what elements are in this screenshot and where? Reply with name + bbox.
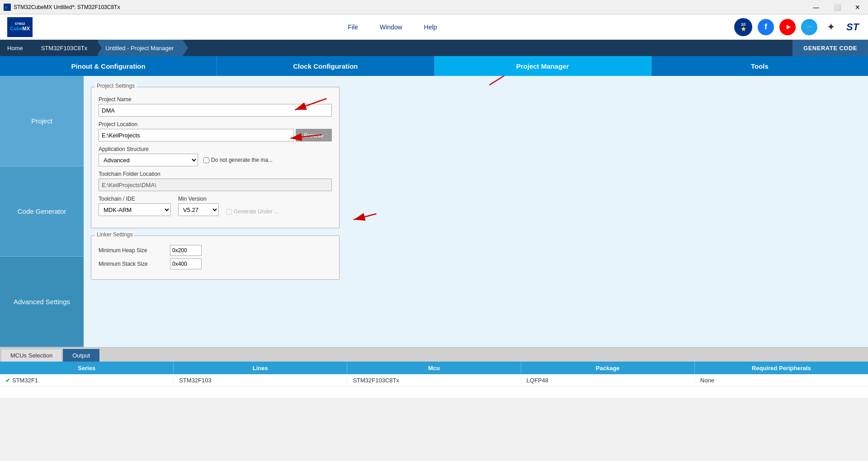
generate-code-button[interactable]: GENERATE CODE bbox=[793, 40, 868, 56]
breadcrumb-home[interactable]: Home bbox=[0, 40, 32, 56]
app-structure-label: Application Structure bbox=[99, 146, 332, 152]
menu-help[interactable]: Help bbox=[424, 22, 437, 33]
menu-file[interactable]: File bbox=[348, 22, 358, 33]
tab-tools[interactable]: Tools bbox=[651, 56, 868, 76]
social-icons: 10⭐ f 🐦 ✦ ST bbox=[734, 18, 861, 36]
min-heap-input[interactable] bbox=[170, 245, 202, 256]
table-header: Series Lines Mcu Package Required Periph… bbox=[0, 362, 868, 374]
cell-peripherals: None bbox=[695, 377, 868, 384]
breadcrumb-mcu-label: STM32F103C8Tx bbox=[41, 45, 88, 52]
tab-mcus-selection[interactable]: MCUs Selection bbox=[1, 349, 62, 362]
youtube-icon[interactable] bbox=[779, 19, 796, 35]
menu-items: File Window Help bbox=[51, 22, 734, 33]
app-structure-select[interactable]: Advanced Basic bbox=[99, 154, 198, 166]
network-icon[interactable]: ✦ bbox=[823, 19, 839, 35]
sidebar-item-project[interactable]: Project bbox=[0, 76, 84, 166]
cell-mcu: STM32F103C8Tx bbox=[347, 377, 521, 384]
sidebar-item-code-generator[interactable]: Code Generator bbox=[0, 166, 84, 257]
linker-settings-group: Linker Settings Minimum Heap Size Minimu… bbox=[91, 235, 340, 280]
toolchain-controls: Toolchain / IDE MDK-ARM EWARM SW4STM32 M… bbox=[99, 196, 332, 216]
min-stack-row: Minimum Stack Size bbox=[99, 259, 332, 269]
breadcrumb-home-label: Home bbox=[7, 45, 23, 52]
min-version-label: Min Version bbox=[178, 196, 219, 202]
content-area: Project Code Generator Advanced Settings… bbox=[0, 76, 868, 347]
app-icon: S bbox=[4, 4, 11, 11]
minimize-button[interactable]: — bbox=[806, 0, 826, 14]
generate-under-label: Generate Under ... bbox=[226, 208, 278, 215]
svg-marker-2 bbox=[787, 25, 791, 29]
logo-stm: STM32 bbox=[10, 22, 30, 26]
main-panel: Project Settings Project Name Project Lo… bbox=[84, 76, 868, 347]
col-mcu: Mcu bbox=[347, 362, 521, 374]
st-brand-icon[interactable]: ST bbox=[844, 19, 861, 35]
app-structure-row: Application Structure Advanced Basic Do … bbox=[99, 146, 332, 166]
browse-row: Browse bbox=[99, 129, 332, 141]
toolchain-folder-label: Toolchain Folder Location bbox=[99, 171, 332, 177]
main-tabs: Pinout & Configuration Clock Configurati… bbox=[0, 56, 868, 76]
svg-line-6 bbox=[490, 76, 526, 85]
svg-line-7 bbox=[354, 214, 377, 220]
project-location-label: Project Location bbox=[99, 121, 332, 127]
do-not-generate-label: Do not generate the ma... bbox=[203, 157, 273, 163]
project-location-input[interactable] bbox=[99, 129, 294, 141]
title-bar: S STM32CubeMX Untitled*: STM32F103C8Tx —… bbox=[0, 0, 868, 14]
svg-text:S: S bbox=[5, 5, 8, 9]
logo-mx: MX bbox=[23, 26, 30, 32]
toolchain-ide-row: Toolchain / IDE MDK-ARM EWARM SW4STM32 M… bbox=[99, 196, 332, 216]
project-settings-legend: Project Settings bbox=[95, 83, 137, 89]
sidebar: Project Code Generator Advanced Settings bbox=[0, 76, 84, 347]
app-structure-control-row: Advanced Basic Do not generate the ma... bbox=[99, 154, 332, 166]
bottom-tab-bar: MCUs Selection Output bbox=[0, 347, 868, 362]
cell-series: ✔ STM32F1 bbox=[0, 377, 174, 384]
generate-under-checkbox[interactable] bbox=[226, 209, 232, 215]
facebook-icon[interactable]: f bbox=[758, 19, 774, 35]
menu-window[interactable]: Window bbox=[380, 22, 402, 33]
menu-bar: STM32 Cube MX File Window Help 10⭐ f 🐦 ✦… bbox=[0, 14, 868, 40]
project-name-label: Project Name bbox=[99, 96, 332, 103]
col-series: Series bbox=[0, 362, 174, 374]
col-peripherals: Required Peripherals bbox=[695, 362, 868, 374]
window-controls: — ⬜ ✕ bbox=[806, 0, 868, 14]
cell-lines: STM32F103 bbox=[174, 377, 347, 384]
min-heap-label: Minimum Heap Size bbox=[99, 247, 166, 254]
col-package: Package bbox=[521, 362, 695, 374]
tab-project-manager[interactable]: Project Manager bbox=[434, 56, 651, 76]
logo-box: STM32 Cube MX bbox=[7, 17, 33, 37]
logo-cube: Cube bbox=[10, 26, 23, 32]
project-settings-group: Project Settings Project Name Project Lo… bbox=[91, 87, 340, 228]
toolchain-ide-label: Toolchain / IDE bbox=[99, 196, 171, 202]
window-title: STM32CubeMX Untitled*: STM32F103C8Tx bbox=[14, 4, 864, 10]
close-button[interactable]: ✕ bbox=[847, 0, 868, 14]
data-table: Series Lines Mcu Package Required Periph… bbox=[0, 362, 868, 398]
breadcrumb-bar: Home STM32F103C8Tx Untitled - Project Ma… bbox=[0, 40, 868, 56]
min-heap-row: Minimum Heap Size bbox=[99, 245, 332, 256]
cell-package: LQFP48 bbox=[521, 377, 695, 384]
maximize-button[interactable]: ⬜ bbox=[826, 0, 847, 14]
table-row[interactable]: ✔ STM32F1 STM32F103 STM32F103C8Tx LQFP48… bbox=[0, 374, 868, 387]
check-icon: ✔ bbox=[5, 377, 10, 384]
logo: STM32 Cube MX bbox=[7, 17, 33, 37]
breadcrumb-project-label: Untitled - Project Manager bbox=[105, 45, 174, 52]
badge-icon[interactable]: 10⭐ bbox=[734, 18, 752, 36]
twitter-icon[interactable]: 🐦 bbox=[801, 19, 817, 35]
tab-output[interactable]: Output bbox=[63, 349, 99, 362]
min-stack-label: Minimum Stack Size bbox=[99, 261, 166, 267]
tab-clock[interactable]: Clock Configuration bbox=[217, 56, 434, 76]
min-stack-input[interactable] bbox=[170, 259, 202, 269]
col-lines: Lines bbox=[174, 362, 347, 374]
linker-settings-legend: Linker Settings bbox=[95, 231, 134, 238]
do-not-generate-checkbox[interactable] bbox=[203, 157, 209, 163]
project-location-row: Project Location Browse bbox=[99, 121, 332, 141]
min-version-col: Min Version V5.27 V5.26 bbox=[178, 196, 219, 216]
sidebar-item-advanced-settings[interactable]: Advanced Settings bbox=[0, 257, 84, 347]
breadcrumb-project[interactable]: Untitled - Project Manager bbox=[98, 40, 183, 56]
project-name-input[interactable] bbox=[99, 104, 332, 117]
browse-button[interactable]: Browse bbox=[296, 129, 332, 141]
tab-pinout[interactable]: Pinout & Configuration bbox=[0, 56, 217, 76]
toolchain-folder-row: Toolchain Folder Location bbox=[99, 171, 332, 191]
toolchain-folder-input[interactable] bbox=[99, 179, 332, 191]
toolchain-ide-select[interactable]: MDK-ARM EWARM SW4STM32 bbox=[99, 203, 171, 216]
toolchain-ide-col: Toolchain / IDE MDK-ARM EWARM SW4STM32 bbox=[99, 196, 171, 216]
min-version-select[interactable]: V5.27 V5.26 bbox=[178, 203, 219, 216]
breadcrumb-mcu[interactable]: STM32F103C8Tx bbox=[34, 40, 97, 56]
